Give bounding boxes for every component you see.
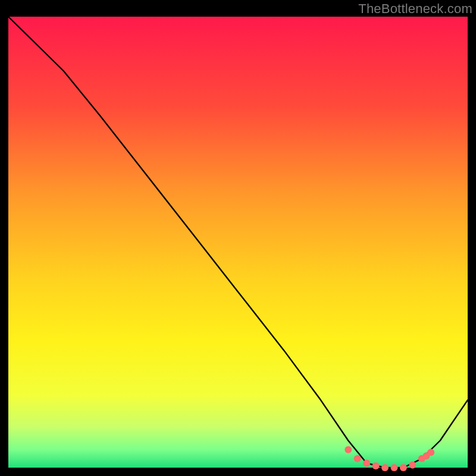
marker-dot [354, 455, 361, 462]
marker-dot [345, 446, 352, 453]
chart-stage: TheBottleneck.com [0, 0, 476, 476]
chart-svg [0, 0, 476, 476]
marker-dot [427, 449, 434, 456]
marker-dot [363, 459, 370, 466]
watermark-text: TheBottleneck.com [358, 1, 472, 17]
marker-dot [391, 464, 398, 471]
marker-dot [409, 462, 416, 469]
marker-dot [372, 462, 380, 469]
marker-dot [400, 464, 407, 471]
plot-background [8, 17, 468, 468]
marker-dot [381, 464, 389, 471]
